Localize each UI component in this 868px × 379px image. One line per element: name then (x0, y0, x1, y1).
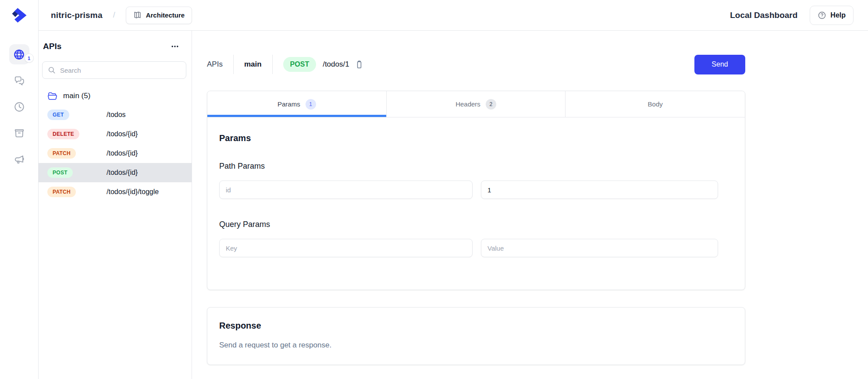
help-button[interactable]: Help (810, 6, 854, 25)
request-tabs: Params 1 Headers 2 Body (207, 91, 745, 117)
query-param-value-input[interactable] (481, 239, 718, 257)
help-button-label: Help (830, 11, 846, 19)
rail-websockets-button[interactable] (9, 71, 29, 91)
clock-icon (14, 101, 25, 113)
path-param-key-input[interactable] (219, 181, 473, 199)
route-item[interactable]: PATCH /todos/{id}/toggle (39, 182, 192, 202)
params-title: Params (219, 133, 733, 143)
breadcrumb-api-name: main (244, 60, 262, 69)
rail-topics-button[interactable] (9, 149, 29, 170)
response-title: Response (219, 321, 733, 331)
route-item[interactable]: DELETE /todos/{id} (39, 124, 192, 144)
topbar-right: Local Dashboard Help (730, 6, 854, 25)
request-breadcrumb-bar: APIs main POST /todos/1 Send (207, 54, 745, 74)
tab-params[interactable]: Params 1 (207, 91, 387, 117)
rail-schedules-button[interactable] (9, 97, 29, 117)
map-icon (133, 11, 142, 19)
method-badge: PATCH (47, 148, 76, 159)
apis-count-badge: 1 (25, 53, 34, 63)
breadcrumb-apis: APIs (207, 60, 223, 69)
route-path: /todos/{id} (107, 169, 138, 177)
rail-nav: 1 (9, 44, 29, 170)
rail-storage-button[interactable] (9, 123, 29, 143)
api-group-label: main (5) (63, 92, 90, 100)
project-name: nitric-prisma (51, 11, 103, 20)
icon-rail: 1 (0, 0, 39, 379)
tab-body[interactable]: Body (566, 91, 745, 117)
tab-label: Body (648, 100, 663, 108)
globe-icon (13, 49, 25, 60)
sidebar-header: APIs (39, 40, 192, 53)
route-list: GET /todos DELETE /todos/{id} PATCH /tod… (39, 105, 192, 202)
query-params-title: Query Params (219, 220, 733, 229)
sidebar-menu-button[interactable] (169, 40, 181, 53)
nitric-logo-icon (9, 5, 30, 26)
response-card: Response Send a request to get a respons… (207, 307, 745, 365)
clipboard-icon (355, 60, 364, 69)
route-path: /todos/{id} (107, 149, 138, 157)
breadcrumb-divider (233, 55, 234, 74)
chat-bubbles-icon (14, 75, 25, 86)
query-param-row (219, 239, 733, 257)
response-empty-message: Send a request to get a response. (219, 341, 733, 350)
folder-icon (47, 91, 57, 101)
ellipsis-icon (171, 42, 179, 51)
dashboard-title: Local Dashboard (730, 11, 797, 20)
rail-apis-button[interactable]: 1 (9, 44, 29, 64)
method-badge: DELETE (47, 129, 79, 139)
copy-path-button[interactable] (354, 59, 365, 70)
method-badge: POST (47, 167, 73, 178)
path-param-row (219, 181, 733, 199)
route-item-selected[interactable]: POST /todos/{id} (39, 163, 192, 182)
tab-label: Headers (455, 100, 480, 108)
params-panel: Params Path Params Query Params (207, 117, 745, 290)
breadcrumb-divider (272, 55, 273, 74)
route-path: /todos (107, 111, 126, 119)
architecture-button-label: Architecture (146, 11, 185, 19)
method-badge: PATCH (47, 187, 76, 197)
send-button[interactable]: Send (694, 55, 745, 74)
sidebar-search (42, 61, 186, 79)
request-path: /todos/1 (323, 60, 349, 69)
main-content: APIs main POST /todos/1 Send (192, 31, 868, 379)
megaphone-icon (14, 154, 25, 165)
question-mark-icon (818, 11, 826, 20)
path-param-value-input[interactable] (481, 181, 718, 199)
tab-headers[interactable]: Headers 2 (387, 91, 566, 117)
apis-sidebar: APIs (39, 31, 192, 379)
search-icon (48, 66, 56, 74)
top-bar: nitric-prisma / Architecture Local Dashb… (39, 0, 868, 31)
method-badge: GET (47, 110, 69, 120)
search-input[interactable] (60, 67, 181, 74)
request-card: Params 1 Headers 2 Body Params Path Para… (207, 91, 745, 290)
tab-label: Params (277, 100, 300, 108)
route-item[interactable]: GET /todos (39, 105, 192, 124)
query-param-key-input[interactable] (219, 239, 473, 257)
api-group-folder[interactable]: main (5) (39, 88, 192, 104)
route-path: /todos/{id} (107, 130, 138, 138)
archive-box-icon (14, 128, 25, 139)
breadcrumb-separator: / (113, 11, 115, 20)
path-params-title: Path Params (219, 162, 733, 171)
sidebar-title: APIs (43, 42, 61, 51)
nitric-local-dashboard: 1 (0, 0, 868, 379)
route-item[interactable]: PATCH /todos/{id} (39, 144, 192, 163)
route-path: /todos/{id}/toggle (107, 188, 159, 196)
tab-count-badge: 2 (486, 99, 496, 110)
architecture-button[interactable]: Architecture (126, 7, 192, 24)
tab-count-badge: 1 (306, 99, 316, 110)
request-method-badge: POST (283, 57, 317, 72)
